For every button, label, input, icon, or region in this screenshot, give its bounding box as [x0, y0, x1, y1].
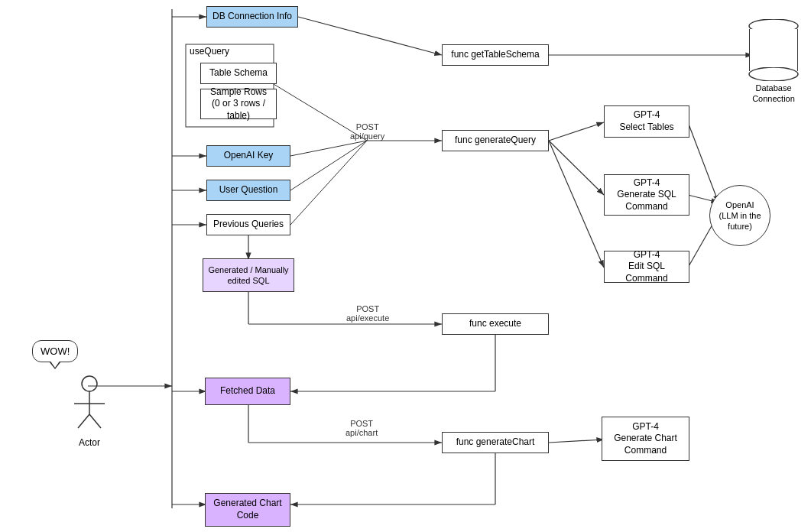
svg-point-35 [749, 67, 798, 81]
svg-line-17 [549, 141, 604, 195]
gpt4-generate-sql-box: GPT-4 Generate SQL Command [604, 174, 689, 216]
actor-label: Actor [79, 437, 100, 448]
previous-queries-label: Previous Queries [213, 219, 284, 231]
gpt4-select-tables-label: GPT-4 Select Tables [619, 109, 673, 133]
table-schema-label: Table Schema [209, 67, 268, 79]
post-api-query-label: POST api/query [350, 122, 384, 141]
database-connection-cylinder: Database Connection [748, 19, 800, 105]
svg-point-36 [82, 376, 97, 391]
generated-chart-code-label: Generated Chart Code [213, 498, 281, 521]
svg-line-40 [89, 414, 101, 428]
gpt4-chart-command-label: GPT-4 Generate Chart Command [614, 421, 677, 457]
use-query-label: useQuery [190, 46, 229, 57]
func-generate-chart-label: func generateChart [456, 436, 535, 449]
openai-key-label: OpenAI Key [224, 150, 274, 162]
svg-line-39 [78, 414, 89, 428]
db-connection-info-box: DB Connection Info [206, 6, 298, 28]
sample-rows-label: Sample Rows (0 or 3 rows / table) [206, 86, 271, 122]
func-generate-query-label: func generateQuery [455, 135, 536, 147]
gpt4-edit-sql-label: GPT-4 Edit SQL Command [609, 249, 684, 285]
previous-queries-box: Previous Queries [206, 214, 290, 235]
svg-line-28 [549, 440, 604, 443]
db-connection-info-label: DB Connection Info [212, 11, 292, 23]
svg-line-16 [549, 122, 604, 141]
gpt4-select-tables-box: GPT-4 Select Tables [604, 105, 689, 138]
gpt4-chart-command-box: GPT-4 Generate Chart Command [602, 417, 689, 461]
user-question-label: User Question [219, 184, 278, 196]
generated-sql-label: Generated / Manually edited SQL [208, 264, 288, 287]
func-get-table-schema-box: func getTableSchema [442, 44, 549, 66]
diagram-container: DB Connection Info useQuery Table Schema… [0, 0, 811, 532]
openai-label: OpenAI (LLM in the future) [719, 200, 761, 232]
fetched-data-box: Fetched Data [205, 378, 290, 405]
svg-line-12 [290, 141, 367, 190]
actor: Actor [70, 375, 109, 448]
sample-rows-box: Sample Rows (0 or 3 rows / table) [200, 89, 277, 119]
gpt4-edit-sql-box: GPT-4 Edit SQL Command [604, 251, 689, 283]
gpt4-generate-sql-label: GPT-4 Generate SQL Command [617, 177, 676, 213]
func-get-table-schema-label: func getTableSchema [451, 49, 539, 61]
actor-figure [70, 375, 109, 436]
func-execute-box: func execute [442, 313, 549, 335]
speech-bubble: WOW! [32, 340, 78, 362]
svg-line-19 [688, 122, 719, 203]
table-schema-box: Table Schema [200, 63, 277, 84]
svg-line-11 [290, 141, 367, 156]
database-connection-label: Database Connection [752, 83, 795, 105]
generated-sql-box: Generated / Manually edited SQL [203, 258, 294, 292]
openai-key-box: OpenAI Key [206, 145, 290, 167]
post-api-chart-label: POST api/chart [345, 419, 378, 437]
svg-line-4 [298, 17, 442, 55]
speech-bubble-text: WOW! [41, 345, 70, 357]
cylinder-bottom [748, 67, 800, 81]
func-execute-label: func execute [469, 318, 521, 330]
func-generate-chart-box: func generateChart [442, 432, 549, 453]
post-api-execute-label: POST api/execute [346, 304, 389, 323]
openai-circle: OpenAI (LLM in the future) [709, 185, 770, 246]
svg-line-18 [549, 141, 604, 268]
user-question-box: User Question [206, 180, 290, 201]
generated-chart-code-box: Generated Chart Code [205, 493, 290, 527]
svg-line-13 [290, 141, 367, 225]
func-generate-query-box: func generateQuery [442, 130, 549, 151]
fetched-data-label: Fetched Data [220, 385, 275, 397]
